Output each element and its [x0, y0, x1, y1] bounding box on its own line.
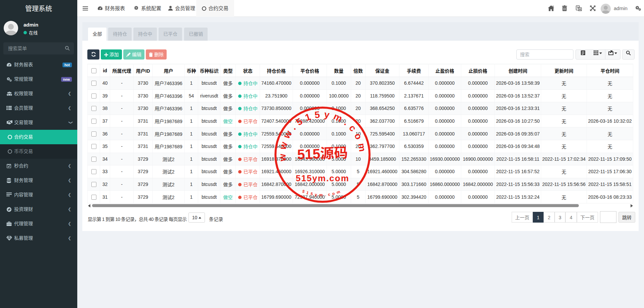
svg-text:515ym.com: 515ym.com — [296, 173, 349, 183]
svg-text:515ym.com: 515ym.com — [302, 188, 343, 197]
svg-text:515源码: 515源码 — [297, 145, 348, 162]
